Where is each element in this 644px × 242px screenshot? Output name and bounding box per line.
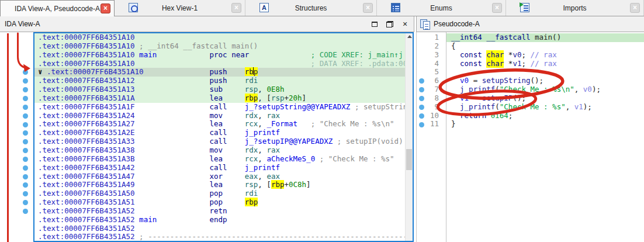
line-marker-dot[interactable] xyxy=(23,174,28,179)
disasm-line[interactable]: .text:00007FF6B4351A13 sub rsp, 0E8h xyxy=(34,85,405,94)
mnemonic: call xyxy=(210,102,227,111)
close-tab-icon[interactable]: × xyxy=(492,3,502,13)
code-token: , xyxy=(566,102,574,111)
disasm-line[interactable]: ∨ .text:00007FF6B4351A10 push rbp xyxy=(34,68,405,77)
close-button[interactable]: × xyxy=(400,19,410,29)
close-tab-icon[interactable]: × xyxy=(231,3,241,13)
code-token: return xyxy=(460,111,486,120)
line-marker-dot[interactable] xyxy=(23,130,28,136)
disasm-line[interactable]: .text:00007FF6B4351A33 call j_?setupIP@@… xyxy=(34,137,405,146)
tab-hex-view[interactable]: Hex View-1 × xyxy=(115,0,245,16)
line-marker-dot[interactable] xyxy=(23,113,28,119)
line-marker-dot[interactable] xyxy=(419,105,424,110)
disasm-line[interactable]: .text:00007FF6B4351A47 xor eax, eax xyxy=(34,172,405,181)
pseudocode-view[interactable]: 1__int64 __fastcall main()2{3 const char… xyxy=(416,32,644,242)
line-marker-dot[interactable] xyxy=(23,148,28,153)
code-token xyxy=(135,215,140,224)
pseudocode-line[interactable]: 9 j_printf("Check Me : %s", v1); xyxy=(417,103,644,112)
pseudocode-line[interactable]: 1__int64 __fastcall main() xyxy=(417,33,644,42)
pseudocode-line[interactable]: 4 const char *v1; // rax xyxy=(417,60,644,68)
disasm-line[interactable]: .text:00007FF6B4351A10 main proc near ; … xyxy=(34,51,405,60)
pseudocode-line[interactable]: 10 return 0i64; xyxy=(417,112,644,120)
pseudocode-line[interactable]: 3 const char *v0; // rax xyxy=(417,51,644,60)
line-marker-dot[interactable] xyxy=(23,105,28,110)
tab-structures[interactable]: Structures × xyxy=(245,0,377,16)
disasm-line[interactable]: .text:00007FF6B4351A42 call j_printf xyxy=(34,164,405,172)
operand-token: rax xyxy=(266,111,280,120)
vertical-scrollbar[interactable] xyxy=(405,33,413,241)
pseudocode-line[interactable]: 11} xyxy=(417,120,644,129)
code-token xyxy=(157,215,209,224)
disasm-line[interactable]: .text:00007FF6B4351A52 retn xyxy=(34,207,405,216)
code-token xyxy=(135,180,210,189)
operand-token: rbp xyxy=(245,94,258,102)
line-marker-dot[interactable] xyxy=(23,209,28,214)
close-tab-icon[interactable]: × xyxy=(101,4,110,13)
line-marker-dot[interactable] xyxy=(23,96,28,101)
disasm-line[interactable]: .text:00007FF6B4351A10 xyxy=(34,33,405,42)
line-marker-dot[interactable] xyxy=(419,96,424,101)
pseudocode-lines: 1__int64 __fastcall main()2{3 const char… xyxy=(417,33,644,129)
close-tab-icon[interactable]: × xyxy=(363,3,373,13)
disasm-line[interactable]: .text:00007FF6B4351A2E call j_printf xyxy=(34,129,405,137)
pseudocode-line[interactable]: 8 v1 = setupIP(); xyxy=(417,94,644,103)
close-tab-icon[interactable]: × xyxy=(630,3,640,13)
disasm-line[interactable]: .text:00007FF6B4351A24 mov rdx, rax xyxy=(34,112,405,120)
code-token xyxy=(157,50,209,59)
disasm-line[interactable]: .text:00007FF6B4351A27 lea rcx, _Format … xyxy=(34,120,405,129)
ida-view-title-bar[interactable]: IDA View-A × xyxy=(0,16,414,32)
disasm-line[interactable]: .text:00007FF6B4351A12 push rdi xyxy=(34,77,405,85)
pseudocode-line[interactable]: 5 xyxy=(417,68,644,77)
code-token: char xyxy=(486,59,504,68)
line-marker-dot[interactable] xyxy=(23,191,28,196)
code-token: ; xyxy=(508,111,513,120)
line-marker-dot[interactable] xyxy=(23,200,28,205)
address: .text:00007FF6B4351A51 xyxy=(38,198,135,206)
line-marker-dot[interactable] xyxy=(23,182,28,188)
line-marker-dot[interactable] xyxy=(23,165,28,171)
disasm-line[interactable]: .text:00007FF6B4351A52 xyxy=(34,224,405,233)
tab-ida-view-pseudocode[interactable]: IDA View-A, Pseudocode-A × xyxy=(0,0,115,16)
line-marker-dot[interactable] xyxy=(23,78,28,84)
pseudocode-line[interactable]: 7 j_printf("Check Me : %s\n", v0); xyxy=(417,85,644,94)
disasm-line[interactable]: .text:00007FF6B4351A10 ; __int64 __fastc… xyxy=(34,42,405,51)
pseudocode-line[interactable]: 6 v0 = setupString(); xyxy=(417,77,644,85)
tab-label: Hex View-1 xyxy=(162,4,198,12)
scroll-up-icon[interactable] xyxy=(407,35,412,38)
line-marker-dot[interactable] xyxy=(23,122,28,127)
restore-button[interactable] xyxy=(385,19,395,29)
code-token xyxy=(135,137,210,146)
disasm-line[interactable]: .text:00007FF6B4351A52 ; ---------------… xyxy=(34,233,405,241)
code-token xyxy=(135,102,210,111)
code-token xyxy=(135,146,210,154)
disasm-line[interactable]: .text:00007FF6B4351A49 lea rsp, [rbp+0C8… xyxy=(34,181,405,189)
tab-imports[interactable]: Imports × xyxy=(506,0,644,16)
disasm-line[interactable]: .text:00007FF6B4351A1A lea rbp, [rsp+20h… xyxy=(34,94,405,103)
pseudocode-line[interactable]: 2{ xyxy=(417,42,644,51)
disasm-line[interactable]: .text:00007FF6B4351A50 pop rdi xyxy=(34,189,405,198)
line-marker-dot[interactable] xyxy=(23,87,28,92)
tab-enums[interactable]: Enums × xyxy=(377,0,506,16)
disasm-line[interactable]: .text:00007FF6B4351A51 pop rbp xyxy=(34,198,405,207)
maximize-button[interactable] xyxy=(369,19,380,29)
disassembly-view[interactable]: .text:00007FF6B4351A10.text:00007FF6B435… xyxy=(33,32,414,242)
pseudocode-title-bar[interactable]: Pseudocode-A xyxy=(416,16,644,32)
line-marker-dot[interactable] xyxy=(23,139,28,144)
line-marker-dot[interactable] xyxy=(23,157,28,162)
address: .text:00007FF6B4351A10 xyxy=(38,42,135,50)
mnemonic: pop xyxy=(210,189,223,198)
line-marker-dot[interactable] xyxy=(419,122,424,127)
line-marker-dot[interactable] xyxy=(23,70,28,75)
line-marker-dot[interactable] xyxy=(419,113,424,119)
operand-token: , xyxy=(258,154,266,163)
disasm-line[interactable]: .text:00007FF6B4351A10 ; DATA XREF: .pda… xyxy=(34,60,405,68)
comment: ; "Check Me : %s" xyxy=(320,154,394,163)
scrollbar-thumb[interactable] xyxy=(406,149,412,170)
operand-token: eax xyxy=(266,172,280,181)
disasm-line[interactable]: .text:00007FF6B4351A38 mov rdx, rax xyxy=(34,146,405,155)
disasm-line[interactable]: .text:00007FF6B4351A52 main endp xyxy=(34,216,405,224)
disasm-line[interactable]: .text:00007FF6B4351A3B lea rcx, aCheckMe… xyxy=(34,155,405,164)
disasm-line[interactable]: .text:00007FF6B4351A1F call j_?setupStri… xyxy=(34,103,405,112)
code-token: { xyxy=(451,42,456,50)
address: .text:00007FF6B4351A3B xyxy=(38,154,135,163)
